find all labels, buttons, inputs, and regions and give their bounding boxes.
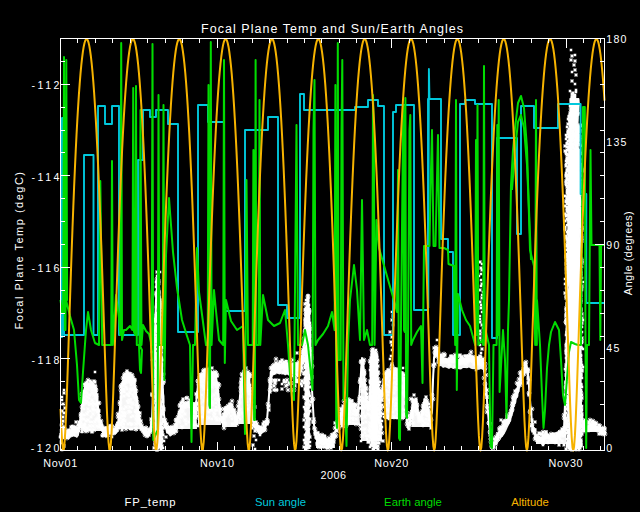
- svg-text:-112: -112: [32, 79, 62, 91]
- svg-text:0: 0: [606, 442, 613, 454]
- svg-text:Nov10: Nov10: [200, 457, 235, 469]
- svg-text:-114: -114: [32, 171, 62, 183]
- svg-text:Nov20: Nov20: [374, 457, 409, 469]
- svg-text:135: 135: [606, 136, 627, 148]
- svg-text:FP_temp: FP_temp: [124, 496, 176, 508]
- svg-text:45: 45: [606, 342, 620, 354]
- svg-text:2006: 2006: [320, 469, 346, 481]
- svg-text:Focal Plane Temp (degC): Focal Plane Temp (degC): [13, 170, 25, 329]
- svg-text:90: 90: [606, 239, 620, 251]
- svg-text:Sun angle: Sun angle: [255, 496, 306, 508]
- svg-text:Altitude: Altitude: [511, 496, 549, 508]
- svg-text:Nov01: Nov01: [43, 457, 78, 469]
- svg-text:180: 180: [606, 33, 627, 45]
- svg-text:Angle (degrees): Angle (degrees): [622, 211, 634, 295]
- svg-text:Nov30: Nov30: [549, 457, 584, 469]
- svg-text:-118: -118: [32, 354, 62, 366]
- svg-text:-116: -116: [32, 262, 62, 274]
- svg-text:Earth angle: Earth angle: [384, 496, 442, 508]
- svg-text:-120: -120: [31, 442, 62, 454]
- svg-text:Focal Plane Temp and Sun/Earth: Focal Plane Temp and Sun/Earth Angles: [201, 22, 464, 36]
